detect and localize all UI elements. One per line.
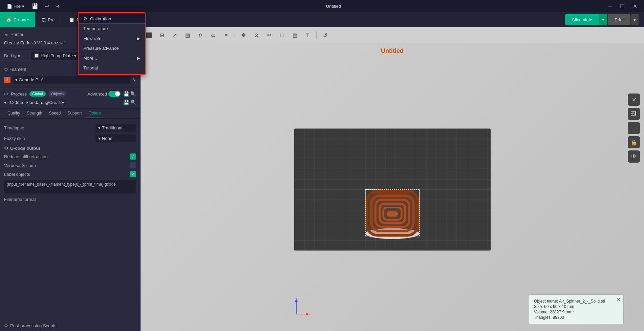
file-menu[interactable]: 📄 File ▾ [4, 2, 27, 10]
viewport-lock-icon[interactable]: 🔒 [628, 136, 640, 148]
printer-icon: 🖨 [4, 32, 8, 37]
toolbar-separator-2 [316, 31, 317, 39]
object-info-close-button[interactable]: ✕ [617, 297, 621, 302]
bed-type-icon: 🔲 [34, 53, 39, 58]
toolbar-grid-icon[interactable]: ⊞ [156, 29, 168, 41]
prepare-nav-button[interactable]: 🏠 Prepare [0, 12, 35, 27]
profile-chevron: ▾ [4, 100, 6, 105]
close-button[interactable]: ✕ [630, 2, 640, 10]
process-profile: ▾ 0.20mm Standard @Creality 💾 🔍 [4, 98, 136, 106]
profile-search-icon[interactable]: 🔍 [130, 100, 136, 105]
toolbar-lasso-icon[interactable]: ⊙ [251, 29, 262, 41]
toolbar-text-icon[interactable]: T [302, 29, 314, 41]
file-icon: 📄 [7, 4, 12, 9]
filament-edit-button[interactable]: ✎ [132, 77, 136, 82]
process-save-icon[interactable]: 💾 [123, 91, 129, 97]
filament-number: 1 [4, 77, 10, 83]
post-processing-section[interactable]: ⚙ Post-processing Scripts [0, 320, 140, 331]
calibration-header-label: Calibration [90, 16, 111, 21]
object-info-panel: ✕ Object name: Air_Spinner_2_-_Solid.stl… [529, 294, 624, 324]
reduce-infill-checkbox[interactable]: ✓ [130, 153, 136, 160]
process-search-icon[interactable]: 🔍 [130, 91, 136, 97]
tab-quality[interactable]: Quality [4, 109, 23, 118]
printer-label: Printer [10, 32, 23, 37]
gcode-value: {input_filename_base}_{filament_type[0]}… [4, 180, 136, 193]
tab-speed[interactable]: Speed [46, 109, 64, 118]
advanced-toggle[interactable] [108, 91, 121, 97]
toolbar-zero-icon[interactable]: 0 [195, 29, 206, 41]
process-tabs: Quality Strength Speed Support Others [0, 109, 140, 119]
file-chevron: ▾ [22, 4, 24, 9]
redo-icon[interactable]: ↪ [53, 2, 62, 10]
tab-others[interactable]: Others [85, 109, 104, 118]
object-info-name: Object name: Air_Spinner_2_-_Solid.stl [534, 299, 619, 304]
bed-type-chevron: ▾ [74, 53, 77, 58]
title-bar-icons: 💾 ↩ ↪ [30, 2, 62, 10]
fuzzy-skin-value: None [102, 136, 112, 141]
viewport-thumbnail-icon[interactable]: 🖼 [628, 108, 640, 120]
toolbar-move-icon[interactable]: ✥ [238, 29, 249, 41]
calibration-flow-rate-item[interactable]: Flow rate ▶ [79, 34, 145, 43]
minimize-button[interactable]: ─ [605, 2, 615, 10]
verbose-gcode-checkbox[interactable] [130, 162, 136, 168]
tab-strength-label: Strength [27, 111, 42, 116]
tab-strength[interactable]: Strength [23, 109, 45, 118]
advanced-label: Advanced [87, 91, 107, 97]
viewport-layers-icon[interactable]: ≡ [628, 122, 640, 134]
toolbar-cut-icon[interactable]: ✂ [263, 29, 275, 41]
profile-save-icon[interactable]: 💾 [123, 100, 129, 105]
toolbar-orient-icon[interactable]: ↗ [169, 29, 180, 41]
process-advanced: Advanced [87, 91, 121, 97]
slice-print-group: Slice plate ▾ Print ▾ [565, 14, 644, 25]
label-objects-checkbox[interactable]: ✓ [130, 171, 136, 177]
profile-name[interactable]: 0.20mm Standard @Creality [8, 100, 121, 105]
viewport: Untitled [141, 43, 644, 331]
toolbar-plate-icon[interactable]: ▭ [208, 29, 219, 41]
tab-quality-label: Quality [7, 111, 20, 116]
preview-label: Pre [48, 17, 55, 22]
viewport-view-icon[interactable]: 👁 [628, 150, 640, 163]
slice-label: Slice plate [572, 17, 592, 22]
more-arrow: ▶ [137, 56, 140, 61]
slice-arrow-button[interactable]: ▾ [599, 14, 607, 25]
toolbar-arrange-icon[interactable]: ▤ [182, 29, 193, 41]
filament-selector[interactable]: ▾ Generic PLA [13, 76, 130, 84]
label-objects-row: Label objects ✓ [4, 171, 136, 177]
undo-icon[interactable]: ↩ [43, 2, 51, 10]
calibration-pressure-advance-item[interactable]: Pressure advance [79, 43, 145, 53]
tab-support[interactable]: Support [64, 109, 85, 118]
bed-type-selector[interactable]: 🔲 High Temp Plate ▾ [31, 52, 79, 60]
process-global-tag[interactable]: Global [29, 91, 46, 97]
fuzzy-skin-selector[interactable]: ▾ None [95, 135, 136, 142]
tab-support-label: Support [67, 111, 82, 116]
toolbar-refresh-icon[interactable]: ↺ [319, 29, 331, 41]
toolbar-layers2-icon[interactable]: ▤ [289, 29, 301, 41]
viewport-close-icon[interactable]: ✕ [628, 94, 640, 106]
print-arrow-button[interactable]: ▾ [631, 14, 639, 25]
verbose-gcode-label: Verbose G-code [4, 163, 36, 168]
gcode-section: ⚙ G-code output Reduce infill retraction… [4, 146, 136, 193]
gcode-output-title: ⚙ G-code output [4, 146, 136, 151]
calibration-more-item[interactable]: More... ▶ [79, 53, 145, 63]
reduce-infill-label: Reduce infill retraction [4, 154, 48, 159]
label-objects-label: Label objects [4, 172, 30, 177]
save-icon[interactable]: 💾 [30, 2, 41, 10]
preview-nav-button[interactable]: 🖼 Pre [35, 12, 61, 27]
calibration-tutorial-item[interactable]: Tutorial [79, 63, 145, 73]
slice-plate-button[interactable]: Slice plate [565, 14, 599, 25]
maximize-button[interactable]: ☐ [617, 2, 627, 10]
process-section: ⚙ Process Global Objects Advanced 💾 🔍 ▾ … [0, 87, 140, 109]
process-label: Process [11, 91, 27, 97]
process-objects-tag[interactable]: Objects [48, 91, 66, 97]
calibration-temperature-item[interactable]: Temperature [79, 24, 145, 34]
print-button[interactable]: Print [608, 14, 630, 25]
toolbar-support-icon[interactable]: ⊓ [276, 29, 288, 41]
timelapse-selector[interactable]: ▾ Traditional [95, 124, 136, 132]
prepare-icon: 🏠 [6, 17, 12, 22]
toolbar-layers-icon[interactable]: ≡ [220, 29, 232, 41]
print-label: Print [615, 17, 624, 22]
grid-container [287, 122, 497, 267]
calibration-menu: ⚙ Calibration Temperature Flow rate ▶ Pr… [78, 12, 146, 75]
filament-row: 1 ▾ Generic PLA ✎ [4, 76, 136, 84]
title-bar: 📄 File ▾ 💾 ↩ ↪ Untitled ─ ☐ ✕ [0, 0, 644, 12]
